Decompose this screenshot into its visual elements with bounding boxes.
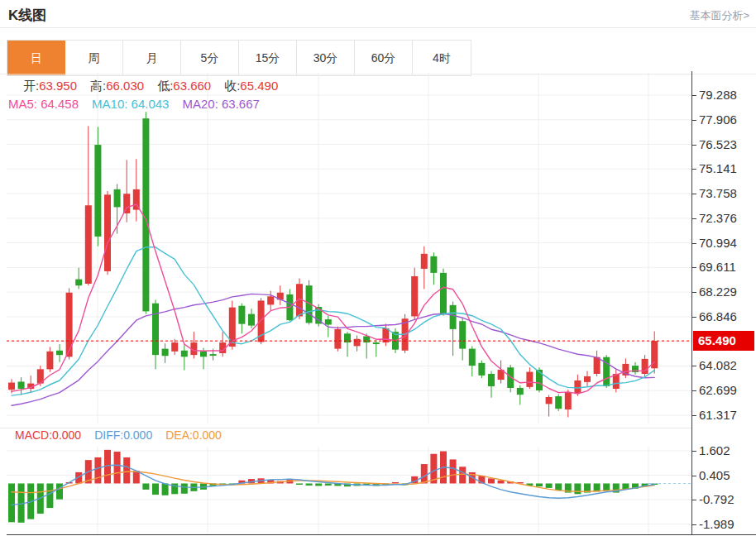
axis-tick — [692, 390, 696, 391]
page-title: K线图 — [8, 6, 46, 25]
axis-tick — [692, 292, 696, 293]
axis-tick-label: 0.405 — [699, 468, 730, 483]
indicator-value: DEA:0.000 — [165, 428, 222, 442]
axis-tick-label: -1.989 — [699, 517, 734, 532]
fundamental-analysis-link[interactable]: 基本面分析> — [689, 8, 749, 23]
axis-tick-label: 77.906 — [699, 112, 737, 127]
axis-tick-label: 73.758 — [699, 186, 737, 201]
axis-tick — [692, 500, 696, 500]
chart-bottom-border — [7, 534, 756, 535]
axis-tick — [692, 366, 696, 366]
axis-tick — [692, 120, 696, 121]
axis-tick — [692, 169, 696, 170]
axis-tick — [692, 451, 696, 452]
macd-histogram-chart[interactable] — [7, 447, 691, 534]
price-axis-line — [691, 71, 692, 534]
indicator-value: DIFF:0.000 — [94, 428, 152, 442]
tab-weekly[interactable]: 周 — [65, 41, 123, 75]
axis-tick — [692, 476, 696, 476]
axis-tick — [692, 243, 696, 244]
tab-daily[interactable]: 日 — [7, 41, 65, 75]
axis-tick-label: 69.611 — [699, 260, 736, 275]
tab-5min[interactable]: 5分 — [181, 41, 239, 75]
tab-monthly[interactable]: 月 — [123, 41, 181, 75]
axis-tick-label: -0.792 — [699, 492, 734, 507]
axis-tick-label: 79.288 — [699, 88, 737, 103]
axis-tick-label: 72.376 — [699, 211, 737, 226]
current-price-badge: 65.490 — [693, 331, 754, 351]
header-divider — [0, 27, 756, 28]
main-candlestick-chart[interactable] — [7, 73, 691, 424]
axis-tick — [692, 218, 696, 219]
kline-page: K线图 基本面分析> 日周月5分15分30分60分4时 开:63.950高:66… — [0, 0, 756, 536]
axis-tick — [692, 267, 696, 268]
tab-15min[interactable]: 15分 — [239, 41, 297, 75]
axis-tick-label: 70.994 — [699, 236, 737, 251]
axis-tick-label: 1.602 — [699, 443, 730, 458]
axis-tick-label: 62.699 — [699, 383, 737, 398]
axis-tick-label: 66.846 — [699, 309, 737, 324]
axis-tick-label: 64.082 — [699, 358, 737, 373]
kline-period-tab-bar: 日周月5分15分30分60分4时 — [7, 40, 471, 76]
indicator-value: MACD:0.000 — [15, 428, 81, 442]
axis-tick-label: 68.229 — [699, 285, 737, 299]
axis-tick-label: 76.523 — [699, 137, 737, 152]
axis-tick — [692, 415, 696, 416]
tab-4hour[interactable]: 4时 — [413, 41, 471, 75]
tab-60min[interactable]: 60分 — [355, 41, 413, 75]
axis-tick-label: 61.317 — [699, 408, 737, 423]
macd-info-row: MACD:0.000DIFF:0.000DEA:0.000 — [15, 428, 235, 442]
axis-tick — [692, 95, 696, 96]
axis-tick — [692, 194, 696, 194]
tab-30min[interactable]: 30分 — [297, 41, 355, 75]
axis-tick — [692, 317, 696, 318]
axis-tick — [692, 145, 696, 146]
axis-tick-label: 75.141 — [699, 161, 737, 176]
axis-tick — [692, 524, 696, 525]
